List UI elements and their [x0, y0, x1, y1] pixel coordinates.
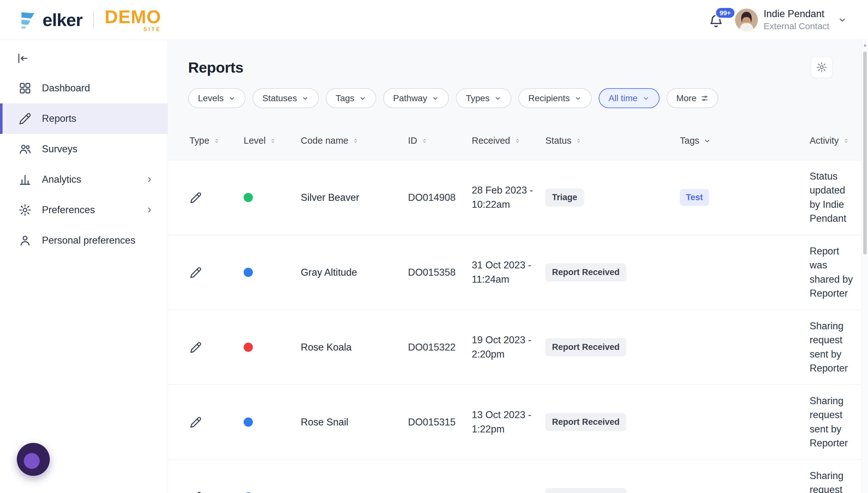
chevron-down-icon	[838, 15, 847, 25]
people-icon	[18, 143, 32, 156]
status-badge: Report Received	[545, 338, 626, 356]
level-dot	[244, 268, 253, 277]
report-id: DO015315	[408, 416, 472, 428]
column-label: Type	[189, 135, 210, 146]
status-cell: Report Received	[545, 488, 680, 493]
status-cell: Report Received	[545, 413, 680, 431]
table-row[interactable]: Rose Snail DO015315 13 Oct 2023 - 1:22pm…	[168, 385, 862, 460]
pen-icon	[189, 191, 202, 204]
notifications-button[interactable]: 99+	[709, 12, 725, 28]
pen-icon	[189, 266, 202, 279]
sort-icon	[514, 137, 521, 144]
sidebar-item-surveys[interactable]: Surveys	[0, 134, 168, 164]
status-cell: Report Received	[545, 263, 680, 281]
filter-pathway[interactable]: Pathway	[383, 88, 449, 108]
filter-all-time[interactable]: All time	[599, 88, 659, 108]
sort-icon	[843, 137, 850, 144]
collapse-sidebar-icon	[17, 52, 29, 65]
chevron-down-icon	[228, 94, 236, 102]
activity-text: Status updated by Indie Pendant	[810, 169, 857, 225]
code-name: Silver Beaver	[301, 192, 408, 203]
sidebar-item-preferences[interactable]: Preferences	[0, 195, 168, 225]
elker-logo[interactable]: elker	[18, 9, 83, 30]
chevron-down-icon	[574, 94, 582, 102]
column-header-code-name[interactable]: Code name	[301, 135, 408, 146]
main-content: Reports Levels Statuses Tags Pathway Typ…	[168, 40, 862, 493]
pen-icon	[18, 112, 32, 125]
status-badge: Report Received	[545, 413, 626, 431]
report-type-cell	[189, 266, 244, 279]
demo-sub-label: SITE	[144, 27, 161, 32]
sidebar: Dashboard Reports Surveys Analytics Pref…	[0, 40, 168, 493]
report-id: DO014908	[408, 192, 472, 203]
chat-widget-button[interactable]	[17, 443, 50, 476]
filter-more[interactable]: More	[667, 88, 719, 108]
demo-site-badge: DEMO SITE	[105, 7, 161, 32]
table-row[interactable]: Lavender DO015311 12 Oct 2023 Report Rec…	[168, 460, 862, 493]
sort-icon	[575, 137, 582, 144]
filter-label: Tags	[335, 93, 354, 103]
received-date: 12 Oct 2023	[472, 490, 545, 493]
sidebar-item-reports[interactable]: Reports	[0, 103, 168, 134]
user-name: Indie Pendant	[764, 8, 829, 20]
column-header-status[interactable]: Status	[545, 135, 680, 146]
chat-widget-inner-dot	[24, 453, 40, 469]
code-name: Gray Altitude	[301, 267, 408, 278]
sidebar-item-dashboard[interactable]: Dashboard	[0, 73, 168, 103]
report-type-cell	[189, 341, 244, 354]
filter-label: All time	[608, 93, 638, 103]
column-header-level[interactable]: Level	[244, 135, 301, 146]
pen-icon	[189, 416, 202, 429]
sidebar-item-personal-preferences[interactable]: Personal preferences	[0, 225, 168, 256]
page-title: Reports	[188, 59, 243, 76]
topbar: elker DEMO SITE 99+	[0, 0, 868, 40]
code-name: Rose Snail	[301, 416, 408, 428]
filter-recipients[interactable]: Recipients	[518, 88, 592, 108]
chevron-down-icon	[642, 94, 650, 102]
vertical-scrollbar[interactable]: ▲	[862, 40, 868, 493]
table-row[interactable]: Silver Beaver DO014908 28 Feb 2023 - 10:…	[168, 160, 862, 235]
table-row[interactable]: Rose Koala DO015322 19 Oct 2023 - 2:20pm…	[168, 310, 862, 385]
user-menu[interactable]: Indie Pendant External Contact	[735, 8, 847, 31]
table-body: Silver Beaver DO014908 28 Feb 2023 - 10:…	[168, 160, 862, 493]
activity-text: Sharing request sent by Reporter	[810, 394, 857, 450]
received-date: 13 Oct 2023 - 1:22pm	[472, 408, 545, 436]
scrollbar-up-arrow[interactable]: ▲	[862, 40, 868, 49]
level-cell	[244, 417, 301, 427]
column-label: Code name	[301, 135, 348, 146]
column-header-type[interactable]: Type	[189, 135, 244, 146]
sidebar-item-label: Preferences	[42, 204, 95, 216]
column-header-received[interactable]: Received	[472, 135, 545, 146]
notification-count-badge: 99+	[715, 7, 736, 19]
table-settings-button[interactable]	[811, 57, 832, 78]
column-header-tags[interactable]: Tags	[680, 135, 810, 146]
filter-statuses[interactable]: Statuses	[253, 88, 319, 108]
avatar	[735, 8, 758, 31]
page-header: Reports	[168, 40, 862, 78]
report-type-cell	[189, 191, 244, 204]
report-id: DO015358	[408, 267, 472, 278]
column-header-activity[interactable]: Activity	[810, 135, 857, 146]
level-cell	[244, 343, 301, 352]
table-row[interactable]: Gray Altitude DO015358 31 Oct 2023 - 11:…	[168, 235, 862, 310]
received-date: 28 Feb 2023 - 10:22am	[472, 184, 545, 212]
user-info: Indie Pendant External Contact	[764, 8, 829, 31]
grid-icon	[18, 82, 32, 95]
filter-types[interactable]: Types	[456, 88, 512, 108]
tag-badge: Test	[680, 189, 709, 206]
level-dot	[244, 417, 253, 427]
report-id: DO015322	[408, 342, 472, 353]
filter-levels[interactable]: Levels	[188, 88, 245, 108]
filter-tags[interactable]: Tags	[326, 88, 376, 108]
column-label: Received	[472, 135, 510, 146]
scrollbar-thumb[interactable]	[863, 51, 867, 254]
person-icon	[18, 234, 32, 247]
filter-label: Pathway	[393, 93, 427, 103]
chevron-down-icon	[494, 94, 502, 102]
column-header-id[interactable]: ID	[408, 135, 472, 146]
sidebar-item-analytics[interactable]: Analytics	[0, 164, 168, 195]
status-badge: Report Received	[545, 263, 626, 281]
chevron-down-icon	[432, 94, 439, 102]
user-role: External Contact	[764, 21, 829, 31]
sidebar-collapse-button[interactable]	[17, 51, 30, 65]
